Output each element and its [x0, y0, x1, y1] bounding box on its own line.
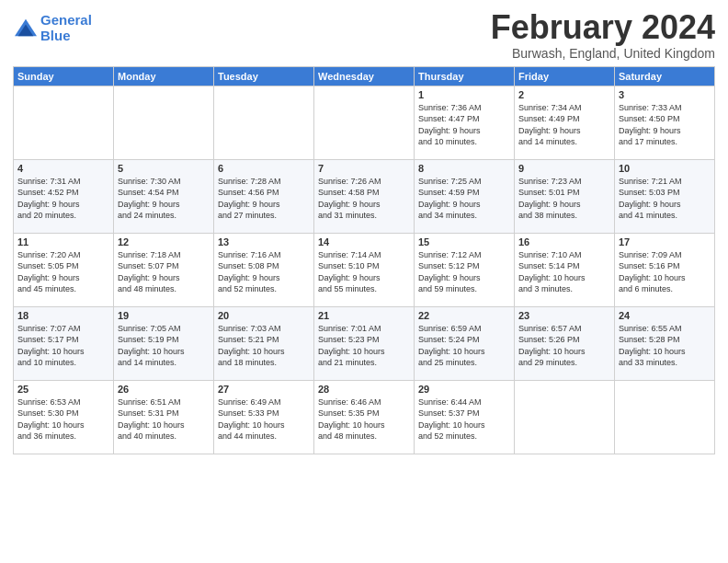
cell-info: Sunrise: 7:34 AM: [518, 102, 610, 114]
cell-info: Sunset: 4:54 PM: [118, 187, 210, 199]
calendar-cell: 28Sunrise: 6:46 AMSunset: 5:35 PMDayligh…: [314, 380, 415, 454]
cell-info: Daylight: 9 hours: [318, 272, 410, 284]
cell-info: Sunset: 5:08 PM: [218, 260, 310, 272]
logo-icon: [13, 17, 39, 40]
cell-info: Sunset: 5:14 PM: [518, 260, 610, 272]
cell-info: and 40 minutes.: [118, 431, 210, 442]
cell-info: Sunset: 5:26 PM: [518, 334, 610, 346]
calendar-cell: [114, 86, 214, 159]
cell-info: Sunset: 5:10 PM: [318, 260, 410, 272]
calendar-cell: 25Sunrise: 6:53 AMSunset: 5:30 PMDayligh…: [14, 380, 114, 454]
day-number: 11: [17, 236, 109, 247]
day-number: 9: [518, 163, 610, 174]
calendar-cell: 29Sunrise: 6:44 AMSunset: 5:37 PMDayligh…: [415, 380, 515, 454]
cell-info: Sunset: 5:35 PM: [318, 408, 410, 419]
cell-info: Sunset: 4:50 PM: [619, 113, 711, 125]
cell-info: Daylight: 10 hours: [619, 346, 711, 358]
day-number: 23: [518, 310, 610, 321]
cell-info: Daylight: 10 hours: [318, 419, 410, 431]
cell-info: and 21 minutes.: [318, 357, 410, 369]
cell-info: and 17 minutes.: [619, 136, 711, 148]
cell-info: Sunrise: 6:49 AM: [218, 396, 310, 408]
cell-info: Sunrise: 7:26 AM: [318, 176, 410, 188]
day-number: 5: [118, 163, 210, 174]
calendar-cell: [214, 86, 314, 159]
day-number: 3: [619, 89, 711, 100]
calendar-cell: 19Sunrise: 7:05 AMSunset: 5:19 PMDayligh…: [114, 306, 214, 380]
cell-info: and 10 minutes.: [17, 357, 109, 369]
cell-info: Daylight: 9 hours: [518, 125, 610, 137]
cell-info: Sunset: 4:56 PM: [218, 187, 310, 199]
calendar-cell: 22Sunrise: 6:59 AMSunset: 5:24 PMDayligh…: [415, 306, 515, 380]
cell-info: Daylight: 10 hours: [619, 272, 711, 284]
day-number: 10: [619, 163, 711, 174]
cell-info: and 14 minutes.: [118, 357, 210, 369]
calendar-cell: [14, 86, 114, 159]
cell-info: and 29 minutes.: [518, 357, 610, 369]
calendar-cell: 13Sunrise: 7:16 AMSunset: 5:08 PMDayligh…: [214, 233, 314, 306]
cell-info: Sunrise: 7:07 AM: [17, 323, 109, 335]
calendar-cell: 10Sunrise: 7:21 AMSunset: 5:03 PMDayligh…: [615, 159, 715, 233]
cell-info: and 31 minutes.: [318, 210, 410, 222]
cell-info: Sunset: 5:01 PM: [518, 187, 610, 199]
cell-info: Sunrise: 6:44 AM: [418, 396, 510, 408]
cell-info: Daylight: 9 hours: [17, 199, 109, 211]
week-row-2: 11Sunrise: 7:20 AMSunset: 5:05 PMDayligh…: [14, 233, 715, 306]
week-row-3: 18Sunrise: 7:07 AMSunset: 5:17 PMDayligh…: [14, 306, 715, 380]
page: General Blue February 2024 Burwash, Engl…: [0, 0, 728, 563]
cell-info: and 25 minutes.: [418, 357, 510, 369]
cell-info: Sunrise: 6:59 AM: [418, 323, 510, 335]
cell-info: Sunrise: 7:21 AM: [619, 176, 711, 188]
cell-info: and 27 minutes.: [218, 210, 310, 222]
cell-info: Sunset: 5:33 PM: [218, 408, 310, 419]
cell-info: Sunrise: 6:55 AM: [619, 323, 711, 335]
cell-info: Sunrise: 6:57 AM: [518, 323, 610, 335]
cell-info: Sunset: 4:49 PM: [518, 113, 610, 125]
calendar-cell: 6Sunrise: 7:28 AMSunset: 4:56 PMDaylight…: [214, 159, 314, 233]
cell-info: Daylight: 9 hours: [118, 272, 210, 284]
cell-info: Daylight: 10 hours: [17, 419, 109, 431]
calendar-cell: 11Sunrise: 7:20 AMSunset: 5:05 PMDayligh…: [14, 233, 114, 306]
col-header-saturday: Saturday: [615, 66, 715, 86]
cell-info: and 14 minutes.: [518, 136, 610, 148]
cell-info: and 33 minutes.: [619, 357, 711, 369]
calendar-cell: 8Sunrise: 7:25 AMSunset: 4:59 PMDaylight…: [415, 159, 515, 233]
calendar-cell: 7Sunrise: 7:26 AMSunset: 4:58 PMDaylight…: [314, 159, 415, 233]
cell-info: and 55 minutes.: [318, 283, 410, 295]
calendar-table: SundayMondayTuesdayWednesdayThursdayFrid…: [13, 66, 715, 454]
cell-info: Daylight: 10 hours: [218, 346, 310, 358]
cell-info: Sunrise: 7:16 AM: [218, 249, 310, 261]
cell-info: Sunrise: 7:18 AM: [118, 249, 210, 261]
col-header-friday: Friday: [515, 66, 615, 86]
calendar-cell: 12Sunrise: 7:18 AMSunset: 5:07 PMDayligh…: [114, 233, 214, 306]
calendar-cell: 3Sunrise: 7:33 AMSunset: 4:50 PMDaylight…: [615, 86, 715, 159]
cell-info: Daylight: 9 hours: [619, 125, 711, 137]
cell-info: and 34 minutes.: [418, 210, 510, 222]
cell-info: Daylight: 9 hours: [218, 199, 310, 211]
cell-info: Sunset: 5:31 PM: [118, 408, 210, 419]
col-header-monday: Monday: [114, 66, 214, 86]
cell-info: Sunset: 5:28 PM: [619, 334, 711, 346]
col-header-thursday: Thursday: [415, 66, 515, 86]
calendar-cell: 15Sunrise: 7:12 AMSunset: 5:12 PMDayligh…: [415, 233, 515, 306]
cell-info: Sunrise: 7:03 AM: [218, 323, 310, 335]
cell-info: Daylight: 9 hours: [619, 199, 711, 211]
cell-info: Sunrise: 7:30 AM: [118, 176, 210, 188]
calendar-cell: 14Sunrise: 7:14 AMSunset: 5:10 PMDayligh…: [314, 233, 415, 306]
day-number: 12: [118, 236, 210, 247]
day-number: 8: [418, 163, 510, 174]
cell-info: and 38 minutes.: [518, 210, 610, 222]
header-row: SundayMondayTuesdayWednesdayThursdayFrid…: [14, 66, 715, 86]
cell-info: and 45 minutes.: [17, 283, 109, 295]
day-number: 14: [318, 236, 410, 247]
cell-info: and 3 minutes.: [518, 283, 610, 295]
day-number: 19: [118, 310, 210, 321]
cell-info: and 52 minutes.: [418, 431, 510, 442]
cell-info: Sunset: 5:19 PM: [118, 334, 210, 346]
cell-info: Sunrise: 7:20 AM: [17, 249, 109, 261]
calendar-cell: 18Sunrise: 7:07 AMSunset: 5:17 PMDayligh…: [14, 306, 114, 380]
cell-info: Daylight: 10 hours: [418, 419, 510, 431]
day-number: 6: [218, 163, 310, 174]
day-number: 20: [218, 310, 310, 321]
cell-info: Sunset: 5:21 PM: [218, 334, 310, 346]
